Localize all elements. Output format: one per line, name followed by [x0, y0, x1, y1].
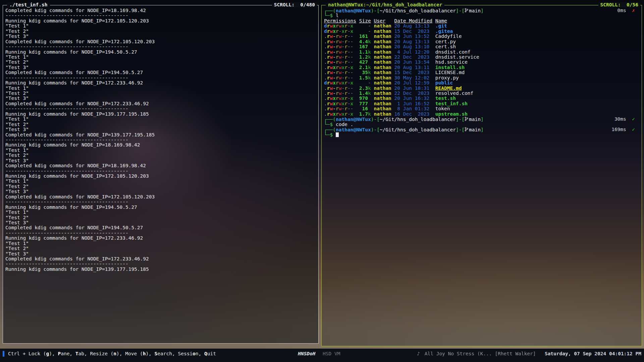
x-icon: ✗: [632, 8, 635, 13]
output-line: "Test 1": [5, 210, 315, 215]
file-name: hsd.service: [435, 59, 468, 65]
keybinding-hints: Ctrl + Lock (g), Pane, Tab, Resize (n), …: [8, 351, 216, 356]
output-line: Running kdig commands for NODE_IP=172.10…: [5, 174, 315, 179]
session-name: HNSDoH: [298, 351, 315, 356]
file-name: cert.py: [435, 39, 456, 44]
output-line: Running kdig commands for NODE_IP=194.50…: [5, 50, 315, 55]
output-line: "Test 3": [5, 65, 315, 70]
git-branch-icon: [465, 8, 468, 13]
file-name: test.sh: [435, 96, 456, 101]
file-row: drwxr-xr-x - nathan 15 Dec 2023 .gitea: [324, 29, 638, 34]
output-line: "Test 1": [5, 148, 315, 153]
file-row: .rw-rw-r-- 167 nathan 20 Aug 13:10 cert.…: [324, 44, 638, 49]
output-line: ----------------------------------------…: [5, 13, 315, 18]
command-input-line[interactable]: └─$: [324, 132, 638, 137]
output-line: "Test 2": [5, 184, 315, 189]
output-line: "Test 3": [5, 189, 315, 194]
file-row: .rw-rw-r-- 427 nathan 20 Jun 13:54 hsd.s…: [324, 60, 638, 65]
output-line: "Test 2": [5, 91, 315, 96]
file-name: cert.sh: [435, 44, 456, 49]
left-pane[interactable]: ./test_inf.sh SCROLL: 0/480 Completed kd…: [3, 5, 319, 344]
output-line: "Test 1": [5, 179, 315, 184]
prompt-line: ┌──(nathan@NWTux)-[~/Git/hns_doh_loadbal…: [324, 117, 638, 122]
file-name: .gitea: [435, 28, 453, 34]
clock: Saturday, 07 Sep 2024 04:01:12 PM: [545, 351, 641, 356]
command-duration: 30ms ✓: [614, 117, 635, 122]
file-row: .rwxrwxr-x 2.1k nathan 20 Aug 13:11 inst…: [324, 65, 638, 70]
file-row: .rw-rw-r-- 1.2k nathan 22 Dec 2023 dnsdi…: [324, 55, 638, 60]
file-name: proxy.py: [435, 75, 459, 80]
output-line: "Test 2": [5, 153, 315, 158]
check-icon: ✓: [632, 127, 635, 132]
output-line: ----------------------------------------…: [5, 44, 315, 49]
output-line: Completed kdig commands for NODE_IP=172.…: [5, 101, 315, 106]
file-name: token: [435, 106, 450, 111]
file-name: README.md: [435, 85, 462, 91]
output-line: ----------------------------------------…: [5, 106, 315, 111]
output-line: Running kdig commands for NODE_IP=172.23…: [5, 80, 315, 85]
output-line: Running kdig commands for NODE_IP=194.50…: [5, 205, 315, 210]
music-note-icon: ♪: [417, 351, 420, 356]
check-icon: ✓: [632, 116, 635, 122]
file-row: .rwxrwxr-x 970 nathan 20 Jun 16:32 test.…: [324, 96, 638, 101]
file-row: .rw-rw-r-- 4.4k nathan 20 Aug 13:13 cert…: [324, 39, 638, 44]
listing-header: Permissions Size User Date Modified Name: [324, 18, 638, 23]
output-line: ----------------------------------------…: [5, 75, 315, 80]
output-line: ----------------------------------------…: [5, 261, 315, 266]
output-line: Completed kdig commands for NODE_IP=194.…: [5, 70, 315, 75]
prompt-line: ┌──(nathan@NWTux)-[~/Git/hns_doh_loadbal…: [324, 127, 638, 132]
file-row: .rw-rw-r-- 35k nathan 15 Dec 2023 LICENS…: [324, 70, 638, 75]
file-row: drwxrwxr-x - nathan 20 Aug 13:13 .git: [324, 23, 638, 28]
output-line: "Test 1": [5, 117, 315, 122]
file-name: dnsdist.conf: [435, 49, 471, 55]
output-line: "Test 2": [5, 60, 315, 65]
output-line: "Test 3": [5, 251, 315, 256]
output-line: ----------------------------------------…: [5, 199, 315, 204]
file-row: .rw-rw-r-- 1.1k nathan 4 Jul 12:20 dnsdi…: [324, 50, 638, 55]
file-row: .rwxrwxr-x 1.7k nathan 16 Dec 2023 upstr…: [324, 112, 638, 117]
file-name: resolved.conf: [435, 90, 474, 96]
output-line: "Test 2": [5, 29, 315, 34]
output-line: Running kdig commands for NODE_IP=172.10…: [5, 18, 315, 23]
output-line: "Test 3": [5, 158, 315, 163]
output-line: "Test 2": [5, 122, 315, 127]
file-name: LICENSE.md: [435, 70, 465, 75]
output-line: Completed kdig commands for NODE_IP=18.1…: [5, 8, 315, 13]
command-duration: 169ms ✓: [611, 127, 635, 132]
git-branch-icon: [465, 117, 468, 122]
file-name: .git: [435, 23, 447, 28]
output-line: ----------------------------------------…: [5, 169, 315, 174]
output-line: Completed kdig commands for NODE_IP=194.…: [5, 225, 315, 230]
output-line: "Test 1": [5, 241, 315, 246]
status-bar: Ctrl + Lock (g), Pane, Tab, Resize (n), …: [0, 349, 644, 362]
output-line: ----------------------------------------…: [5, 231, 315, 236]
prompt-line: ┌──(nathan@NWTux)-[~/Git/hns_doh_loadbal…: [324, 8, 638, 13]
right-pane-output[interactable]: ┌──(nathan@NWTux)-[~/Git/hns_doh_loadbal…: [322, 5, 642, 346]
host-label: HSD VM: [323, 351, 340, 356]
command-duration: 0ms ✗: [618, 8, 635, 13]
output-line: Running kdig commands for NODE_IP=139.17…: [5, 112, 315, 117]
output-line: Completed kdig commands for NODE_IP=172.…: [5, 39, 315, 44]
file-name: dnsdist.service: [435, 54, 479, 60]
right-pane[interactable]: nathan@NWTux:~/Git/hns_doh_loadbalancer …: [321, 5, 642, 346]
output-line: Running kdig commands for NODE_IP=172.23…: [5, 236, 315, 241]
now-playing: ♪All Joy No Stress (K... [Rhett Walker]: [417, 351, 536, 356]
file-row: .rw-rw-r-- 1.4k nathan 22 Dec 2023 resol…: [324, 91, 638, 96]
file-name: install.sh: [435, 65, 465, 70]
text-cursor: [336, 132, 339, 137]
left-pane-output[interactable]: Completed kdig commands for NODE_IP=18.1…: [3, 5, 318, 343]
output-line: "Test 1": [5, 55, 315, 60]
status-accent-bar: [3, 351, 4, 357]
output-line: "Test 1": [5, 23, 315, 28]
output-line: "Test 3": [5, 220, 315, 225]
file-row: .rw-rw-r-- 161 nathan 20 Jun 13:52 Caddy…: [324, 34, 638, 39]
file-row: .rw-rw-r-- 2.3k nathan 20 Jun 18:31 READ…: [324, 86, 638, 91]
git-branch-icon: [465, 127, 468, 132]
file-name: public: [435, 80, 453, 85]
output-line: Completed kdig commands for NODE_IP=18.1…: [5, 163, 315, 168]
output-line: Completed kdig commands for NODE_IP=139.…: [5, 132, 315, 137]
command-line: └─$ l: [324, 13, 638, 18]
file-row: drwxrwxr-x - nathan 20 Jul 12:59 public: [324, 80, 638, 85]
file-name: upstream.sh: [435, 111, 468, 117]
output-line: Running kdig commands for NODE_IP=18.169…: [5, 142, 315, 147]
